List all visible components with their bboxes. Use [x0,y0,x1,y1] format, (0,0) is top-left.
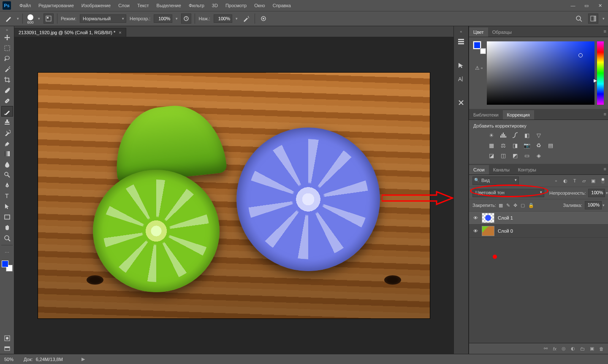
rectangle-tool[interactable] [1,212,13,222]
layer-row[interactable]: 👁 Слой 0 [469,225,608,238]
chevron-down-icon[interactable]: ▾ [17,16,19,21]
tab-libraries[interactable]: Библиотеки [469,110,503,120]
type-tool[interactable]: T [1,190,13,201]
brush-tool[interactable] [1,106,13,117]
foreground-color[interactable] [2,261,8,267]
layer-thumbnail[interactable] [482,226,494,236]
character-panel-icon[interactable]: A [456,73,467,84]
status-play-icon[interactable]: ▶ [81,356,85,362]
brush-preview[interactable]: 600 [26,14,35,23]
visibility-icon[interactable]: 👁 [472,215,478,220]
path-select-tool[interactable] [1,201,13,212]
blend-mode-dropdown[interactable]: Нормальный [80,14,126,23]
tab-layers[interactable]: Слои [469,165,489,174]
pressure-opacity-icon[interactable] [181,14,191,24]
opacity-input[interactable]: 100% [154,14,172,23]
menu-view[interactable]: Просмотр [222,1,250,10]
zoom-value[interactable]: 50% [4,357,14,362]
dodge-tool[interactable] [1,169,13,180]
blend-mode-dropdown[interactable]: Цветовой тон [472,189,544,197]
menu-layers[interactable]: Слои [115,1,133,10]
lasso-tool[interactable] [1,53,13,64]
edit-toolbar-icon[interactable]: ⋯ [1,247,13,258]
tab-color[interactable]: Цвет [469,27,488,37]
history-panel-icon[interactable] [456,36,467,47]
filter-adjust-icon[interactable]: ◐ [562,178,568,184]
link-layers-icon[interactable]: ⚯ [544,346,548,351]
workspace-icon[interactable] [588,14,598,24]
menu-edit[interactable]: Редактирование [35,1,77,10]
layer-row[interactable]: 👁 Слой 1 [469,212,608,225]
maximize-button[interactable]: ▭ [584,3,589,8]
chevron-down-icon[interactable]: ▾ [603,16,605,21]
tab-channels[interactable]: Каналы [489,165,514,174]
properties-panel-icon[interactable] [456,60,467,71]
menu-text[interactable]: Текст [134,1,152,10]
brush-panel-icon[interactable] [43,14,54,24]
delete-layer-icon[interactable]: 🗑 [599,346,604,351]
layer-mask-icon[interactable]: ◎ [562,346,566,351]
color-lookup-icon[interactable]: ▤ [547,142,554,149]
visibility-icon[interactable]: 👁 [472,228,478,234]
fill-input[interactable]: 100% [585,201,602,209]
filter-smart-icon[interactable]: ▣ [590,178,596,184]
lock-artboard-icon[interactable]: ▢ [521,203,525,208]
photo-filter-icon[interactable]: 📷 [523,142,531,149]
minimize-button[interactable]: ― [570,3,576,8]
tab-adjustments[interactable]: Коррекция [503,110,534,120]
color-balance-icon[interactable]: ⚖ [499,142,507,149]
selective-color-icon[interactable]: ◈ [535,152,543,159]
color-bg-swatch[interactable] [480,48,486,54]
lock-position-icon[interactable]: ✥ [513,203,517,208]
brightness-icon[interactable]: ☀ [488,132,495,139]
canvas-viewport[interactable] [14,37,453,354]
channel-mixer-icon[interactable]: ♻ [535,142,543,149]
layer-filter-kind[interactable]: Вид [472,177,519,185]
panel-menu-icon[interactable]: ≡ [604,29,606,34]
hand-tool[interactable] [1,222,13,233]
pen-tool[interactable] [1,180,13,190]
menu-select[interactable]: Выделение [153,1,185,10]
color-swatches[interactable] [2,261,13,272]
tab-swatches[interactable]: Образцы [488,27,516,37]
lock-all-icon[interactable]: 🔒 [528,203,534,208]
bw-icon[interactable]: ◨ [511,142,519,149]
gradient-tool[interactable] [1,148,13,159]
collapse-icon[interactable]: « [460,30,462,34]
close-tab-icon[interactable]: × [119,30,121,35]
filter-type-icon[interactable]: T [572,178,578,184]
blur-tool[interactable] [1,159,13,169]
eraser-tool[interactable] [1,138,13,148]
layer-thumbnail[interactable] [482,213,494,223]
marquee-tool[interactable] [1,43,13,53]
gamut-warning-icon[interactable]: ⚠ ▫ [475,65,483,71]
menu-help[interactable]: Справка [269,1,294,10]
new-group-icon[interactable]: 🗀 [580,346,585,351]
collapse-icon[interactable]: » [6,28,8,32]
hue-sat-icon[interactable]: ▦ [488,142,495,149]
screen-mode-icon[interactable] [1,343,13,354]
crop-tool[interactable] [1,74,13,85]
zoom-tool[interactable] [1,233,13,243]
pressure-size-icon[interactable] [258,14,269,24]
menu-image[interactable]: Изображение [78,1,114,10]
tools-panel-icon[interactable] [456,97,467,108]
invert-icon[interactable]: ◪ [488,152,495,159]
lock-pixels-icon[interactable]: ✎ [506,203,510,208]
filter-pixel-icon[interactable]: ▫ [553,178,559,184]
history-brush-tool[interactable] [1,127,13,138]
curves-icon[interactable] [511,132,519,139]
tool-preset-icon[interactable] [3,14,14,24]
lock-transparent-icon[interactable]: ▩ [499,203,503,208]
menu-filter[interactable]: Фильтр [185,1,208,10]
eyedropper-tool[interactable] [1,85,13,95]
posterize-icon[interactable]: ◫ [499,152,507,159]
filter-shape-icon[interactable]: ▱ [581,178,587,184]
panel-menu-icon[interactable]: ≡ [604,111,606,117]
menu-window[interactable]: Окно [251,1,269,10]
chevron-down-icon[interactable]: ▾ [236,16,238,21]
menu-file[interactable]: Файл [16,1,34,10]
close-button[interactable]: ✕ [597,3,603,8]
new-adjustment-icon[interactable]: ◐ [571,346,575,351]
menu-3d[interactable]: 3D [209,1,221,10]
